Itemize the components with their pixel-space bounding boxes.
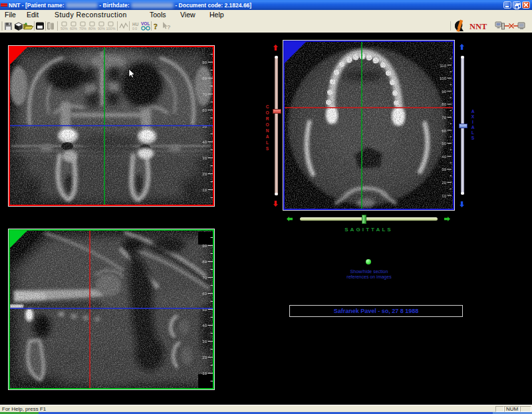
- svg-text:80%: 80%: [88, 27, 96, 31]
- svg-text:80: 80: [202, 76, 207, 80]
- svg-text:?: ?: [167, 24, 171, 31]
- svg-text:90: 90: [202, 60, 207, 64]
- svg-text:60: 60: [202, 108, 207, 112]
- svg-text:60%: 60%: [70, 27, 77, 31]
- svg-text:10: 10: [202, 188, 207, 192]
- svg-text:20: 20: [202, 356, 207, 360]
- svg-text:100: 100: [440, 76, 447, 80]
- svg-text:30: 30: [442, 167, 446, 171]
- svg-text:60: 60: [202, 292, 207, 296]
- svg-text:20: 20: [202, 172, 207, 176]
- svg-text:40: 40: [442, 155, 446, 159]
- svg-text:70: 70: [202, 92, 207, 96]
- svg-text:90: 90: [442, 90, 446, 94]
- svg-text:50: 50: [442, 142, 446, 146]
- svg-text:HU: HU: [132, 22, 139, 27]
- svg-text:20: 20: [442, 181, 446, 185]
- svg-text:10: 10: [202, 371, 207, 375]
- svg-text:80: 80: [202, 260, 207, 264]
- svg-text:NNT: NNT: [469, 22, 487, 31]
- svg-text:70: 70: [442, 116, 446, 120]
- svg-text:100%: 100%: [106, 27, 115, 31]
- svg-text:30: 30: [202, 156, 207, 160]
- svg-text:110: 110: [440, 64, 446, 68]
- svg-text:80: 80: [442, 102, 446, 106]
- svg-text:10: 10: [442, 194, 446, 198]
- svg-text:VOL: VOL: [141, 21, 150, 26]
- svg-text:90: 90: [202, 244, 207, 248]
- svg-text:70%: 70%: [79, 27, 86, 31]
- svg-text:0:0: 0:0: [132, 27, 137, 31]
- svg-text:?: ?: [154, 22, 158, 31]
- svg-text:30: 30: [202, 340, 207, 344]
- svg-text:70: 70: [202, 276, 207, 280]
- svg-text:40: 40: [202, 324, 207, 328]
- svg-text:60: 60: [442, 129, 446, 133]
- svg-text:40: 40: [202, 140, 207, 144]
- svg-text:50%: 50%: [61, 27, 68, 31]
- svg-text:90%: 90%: [98, 27, 105, 31]
